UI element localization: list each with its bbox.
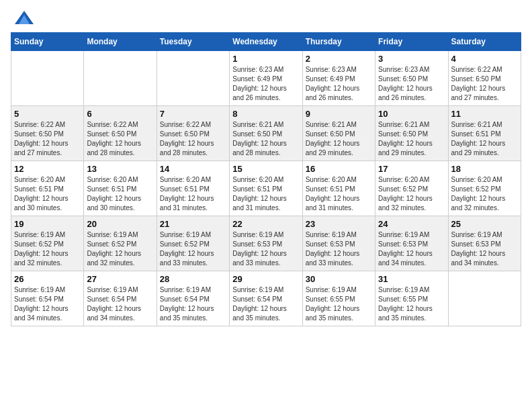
calendar-cell xyxy=(448,271,521,326)
day-info: Sunrise: 6:19 AM Sunset: 6:55 PM Dayligh… xyxy=(306,285,372,323)
calendar-cell: 24Sunrise: 6:19 AM Sunset: 6:53 PM Dayli… xyxy=(375,216,448,271)
day-info: Sunrise: 6:21 AM Sunset: 6:50 PM Dayligh… xyxy=(378,120,445,158)
logo-icon xyxy=(15,11,34,24)
day-info: Sunrise: 6:20 AM Sunset: 6:51 PM Dayligh… xyxy=(160,175,226,213)
day-number: 28 xyxy=(160,274,226,284)
day-number: 5 xyxy=(14,109,81,119)
calendar-cell: 17Sunrise: 6:20 AM Sunset: 6:52 PM Dayli… xyxy=(375,161,448,216)
day-number: 8 xyxy=(232,109,299,119)
day-number: 3 xyxy=(378,54,445,64)
calendar-cell: 23Sunrise: 6:19 AM Sunset: 6:53 PM Dayli… xyxy=(302,216,375,271)
calendar-cell: 15Sunrise: 6:20 AM Sunset: 6:51 PM Dayli… xyxy=(230,161,302,216)
calendar-week-row: 5Sunrise: 6:22 AM Sunset: 6:50 PM Daylig… xyxy=(11,106,521,161)
day-number: 2 xyxy=(306,54,372,64)
day-number: 22 xyxy=(232,219,299,229)
day-info: Sunrise: 6:21 AM Sunset: 6:51 PM Dayligh… xyxy=(451,120,518,158)
weekday-header-saturday: Saturday xyxy=(448,33,521,51)
calendar-cell: 12Sunrise: 6:20 AM Sunset: 6:51 PM Dayli… xyxy=(11,161,84,216)
calendar-week-row: 19Sunrise: 6:19 AM Sunset: 6:52 PM Dayli… xyxy=(11,216,521,271)
day-number: 14 xyxy=(160,164,226,174)
day-info: Sunrise: 6:21 AM Sunset: 6:50 PM Dayligh… xyxy=(306,120,372,158)
day-number: 27 xyxy=(87,274,153,284)
calendar-cell: 11Sunrise: 6:21 AM Sunset: 6:51 PM Dayli… xyxy=(448,106,521,161)
day-info: Sunrise: 6:19 AM Sunset: 6:54 PM Dayligh… xyxy=(14,285,81,323)
day-info: Sunrise: 6:19 AM Sunset: 6:55 PM Dayligh… xyxy=(378,285,445,323)
day-number: 16 xyxy=(306,164,372,174)
day-number: 25 xyxy=(451,219,518,229)
weekday-header-tuesday: Tuesday xyxy=(157,33,229,51)
calendar-cell: 28Sunrise: 6:19 AM Sunset: 6:54 PM Dayli… xyxy=(157,271,229,326)
weekday-header-friday: Friday xyxy=(375,33,448,51)
day-info: Sunrise: 6:19 AM Sunset: 6:52 PM Dayligh… xyxy=(160,230,226,268)
calendar-cell: 31Sunrise: 6:19 AM Sunset: 6:55 PM Dayli… xyxy=(375,271,448,326)
day-number: 20 xyxy=(87,219,153,229)
calendar-cell: 8Sunrise: 6:21 AM Sunset: 6:50 PM Daylig… xyxy=(230,106,302,161)
day-number: 31 xyxy=(378,274,445,284)
day-info: Sunrise: 6:23 AM Sunset: 6:50 PM Dayligh… xyxy=(378,65,445,103)
day-info: Sunrise: 6:19 AM Sunset: 6:53 PM Dayligh… xyxy=(451,230,518,268)
day-info: Sunrise: 6:20 AM Sunset: 6:52 PM Dayligh… xyxy=(378,175,445,213)
day-number: 18 xyxy=(451,164,518,174)
day-info: Sunrise: 6:19 AM Sunset: 6:53 PM Dayligh… xyxy=(378,230,445,268)
calendar-table: SundayMondayTuesdayWednesdayThursdayFrid… xyxy=(11,32,521,326)
day-info: Sunrise: 6:20 AM Sunset: 6:51 PM Dayligh… xyxy=(232,175,299,213)
day-number: 11 xyxy=(451,109,518,119)
day-number: 29 xyxy=(232,274,299,284)
calendar-cell xyxy=(157,51,229,106)
day-info: Sunrise: 6:19 AM Sunset: 6:53 PM Dayligh… xyxy=(232,230,299,268)
day-info: Sunrise: 6:22 AM Sunset: 6:50 PM Dayligh… xyxy=(87,120,153,158)
day-number: 12 xyxy=(14,164,81,174)
calendar-week-row: 1Sunrise: 6:23 AM Sunset: 6:49 PM Daylig… xyxy=(11,51,521,106)
logo xyxy=(11,11,36,24)
day-number: 21 xyxy=(160,219,226,229)
calendar-cell: 2Sunrise: 6:23 AM Sunset: 6:49 PM Daylig… xyxy=(302,51,375,106)
day-info: Sunrise: 6:19 AM Sunset: 6:54 PM Dayligh… xyxy=(160,285,226,323)
day-info: Sunrise: 6:19 AM Sunset: 6:54 PM Dayligh… xyxy=(87,285,153,323)
calendar-cell xyxy=(11,51,84,106)
calendar-cell: 14Sunrise: 6:20 AM Sunset: 6:51 PM Dayli… xyxy=(157,161,229,216)
day-info: Sunrise: 6:22 AM Sunset: 6:50 PM Dayligh… xyxy=(14,120,81,158)
calendar-cell: 10Sunrise: 6:21 AM Sunset: 6:50 PM Dayli… xyxy=(375,106,448,161)
day-number: 23 xyxy=(306,219,372,229)
calendar-cell: 4Sunrise: 6:22 AM Sunset: 6:50 PM Daylig… xyxy=(448,51,521,106)
day-info: Sunrise: 6:23 AM Sunset: 6:49 PM Dayligh… xyxy=(306,65,372,103)
calendar-cell: 9Sunrise: 6:21 AM Sunset: 6:50 PM Daylig… xyxy=(302,106,375,161)
calendar-cell: 16Sunrise: 6:20 AM Sunset: 6:51 PM Dayli… xyxy=(302,161,375,216)
calendar-cell: 25Sunrise: 6:19 AM Sunset: 6:53 PM Dayli… xyxy=(448,216,521,271)
day-number: 10 xyxy=(378,109,445,119)
day-number: 30 xyxy=(306,274,372,284)
day-info: Sunrise: 6:22 AM Sunset: 6:50 PM Dayligh… xyxy=(451,65,518,103)
weekday-header-wednesday: Wednesday xyxy=(230,33,302,51)
day-number: 13 xyxy=(87,164,153,174)
calendar-cell: 6Sunrise: 6:22 AM Sunset: 6:50 PM Daylig… xyxy=(84,106,157,161)
calendar-cell: 30Sunrise: 6:19 AM Sunset: 6:55 PM Dayli… xyxy=(302,271,375,326)
calendar-header-row: SundayMondayTuesdayWednesdayThursdayFrid… xyxy=(11,33,521,51)
day-number: 15 xyxy=(232,164,299,174)
day-number: 4 xyxy=(451,54,518,64)
day-info: Sunrise: 6:19 AM Sunset: 6:53 PM Dayligh… xyxy=(306,230,372,268)
calendar-cell: 20Sunrise: 6:19 AM Sunset: 6:52 PM Dayli… xyxy=(84,216,157,271)
calendar-cell: 19Sunrise: 6:19 AM Sunset: 6:52 PM Dayli… xyxy=(11,216,84,271)
day-info: Sunrise: 6:22 AM Sunset: 6:50 PM Dayligh… xyxy=(160,120,226,158)
day-number: 26 xyxy=(14,274,81,284)
day-info: Sunrise: 6:23 AM Sunset: 6:49 PM Dayligh… xyxy=(232,65,299,103)
day-number: 17 xyxy=(378,164,445,174)
calendar-cell xyxy=(84,51,157,106)
day-info: Sunrise: 6:20 AM Sunset: 6:52 PM Dayligh… xyxy=(451,175,518,213)
calendar-cell: 1Sunrise: 6:23 AM Sunset: 6:49 PM Daylig… xyxy=(230,51,302,106)
calendar-cell: 5Sunrise: 6:22 AM Sunset: 6:50 PM Daylig… xyxy=(11,106,84,161)
day-info: Sunrise: 6:19 AM Sunset: 6:52 PM Dayligh… xyxy=(87,230,153,268)
calendar-cell: 21Sunrise: 6:19 AM Sunset: 6:52 PM Dayli… xyxy=(157,216,229,271)
day-number: 9 xyxy=(306,109,372,119)
day-info: Sunrise: 6:19 AM Sunset: 6:52 PM Dayligh… xyxy=(14,230,81,268)
calendar-cell: 29Sunrise: 6:19 AM Sunset: 6:54 PM Dayli… xyxy=(230,271,302,326)
day-info: Sunrise: 6:20 AM Sunset: 6:51 PM Dayligh… xyxy=(14,175,81,213)
page-header xyxy=(11,11,521,24)
calendar-week-row: 12Sunrise: 6:20 AM Sunset: 6:51 PM Dayli… xyxy=(11,161,521,216)
day-info: Sunrise: 6:20 AM Sunset: 6:51 PM Dayligh… xyxy=(306,175,372,213)
day-number: 6 xyxy=(87,109,153,119)
calendar-week-row: 26Sunrise: 6:19 AM Sunset: 6:54 PM Dayli… xyxy=(11,271,521,326)
calendar-cell: 22Sunrise: 6:19 AM Sunset: 6:53 PM Dayli… xyxy=(230,216,302,271)
day-info: Sunrise: 6:21 AM Sunset: 6:50 PM Dayligh… xyxy=(232,120,299,158)
day-number: 24 xyxy=(378,219,445,229)
